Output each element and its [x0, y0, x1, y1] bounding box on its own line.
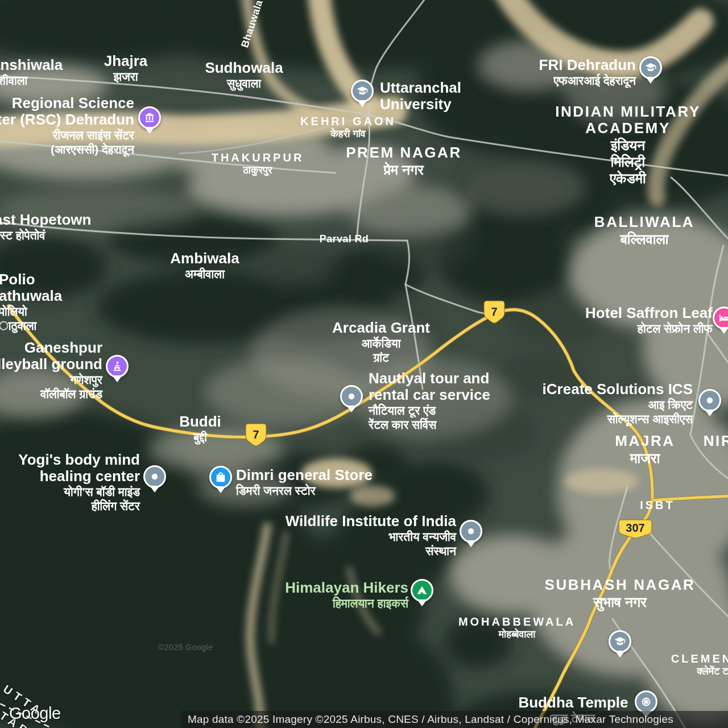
label-hotel-saffron-leaf[interactable]: Hotel Saffron Leafहोटल सेफ्रोन लीफ [585, 305, 713, 336]
route-number: 7 [253, 428, 259, 441]
label-majra[interactable]: MAJRAमाजरा [615, 433, 675, 466]
label-polio-mathuwala-text: Polio [0, 271, 62, 288]
label-prem-nagar[interactable]: PREM NAGARप्रेम नगर [346, 144, 462, 177]
label-east-hopetown[interactable]: ast Hopetownईस्ट होपेतोवं [0, 212, 91, 242]
label-banshiwala-text: anshiwala [0, 57, 63, 73]
icreate-solutions-pin[interactable] [698, 389, 721, 412]
route-number: 7 [491, 305, 497, 318]
google-maps-satellite-view[interactable]: ©2025 Google UTTA TTARAKH 77307anshiwala… [0, 0, 728, 728]
dot-icon [465, 525, 477, 537]
graduation-cap-icon [614, 635, 626, 648]
google-logo[interactable]: Google [9, 704, 61, 723]
label-arcadia-grant-hindi-text: ग्रांट [332, 351, 430, 365]
label-dimri-general-store[interactable]: Dimri general Storeडिमरी जनरल स्टोर [236, 467, 373, 498]
label-subhash-nagar-hindi-text: सुभाष नगर [545, 594, 696, 610]
label-ambiwala[interactable]: Ambiwalaअम्बीवाला [170, 250, 239, 281]
label-icreate-solutions[interactable]: iCreate Solutions ICSआइ क्रिएटसोल्यूशन्स… [543, 381, 693, 425]
label-balliwala[interactable]: BALLIWALAबल्लिवाला [594, 214, 694, 247]
label-wildlife-institute[interactable]: Wildlife Institute of Indiaभारतीय वन्यजी… [286, 513, 456, 557]
himalayan-hikers-pin[interactable] [411, 579, 433, 602]
label-ganeshpur-volleyball-ground-text: lleyball ground [0, 356, 102, 373]
label-wildlife-institute-text: Wildlife Institute of India [286, 513, 456, 530]
label-balliwala-hindi-text: बल्लिवाला [594, 231, 694, 247]
label-ganeshpur-volleyball-ground-text: Ganeshpur [0, 340, 102, 356]
label-ganeshpur-volleyball-ground-hindi-text: वॉलीबॉल ग्राउंड [0, 387, 102, 401]
hotel-saffron-leaf-pin[interactable] [713, 307, 728, 329]
label-banshiwala[interactable]: anshiwalaबंशीवाला [0, 57, 63, 88]
label-mohabbewala-text: MOHABBEWALA [458, 615, 576, 628]
label-thakurpur[interactable]: THAKURPURठाकुरपुर [212, 151, 304, 176]
dharma-wheel-icon [640, 696, 652, 708]
label-dimri-general-store-text: Dimri general Store [236, 467, 373, 483]
label-nautiyal-tour-hindi-text: रेंटल कार सर्विस [369, 418, 490, 432]
label-rsc-hindi-text: (आरएससी) देहरादून [0, 143, 134, 156]
label-polio-mathuwala-hindi-text: पोलियो [0, 305, 62, 318]
route-shield-7: 7 [245, 423, 267, 449]
label-himalayan-hikers-text: Himalayan Hikers [285, 580, 408, 596]
school-pin[interactable] [609, 630, 631, 653]
label-banshiwala-hindi-text: बंशीवाला [0, 74, 63, 88]
label-nautiyal-tour-text: Nautiyal tour and [369, 370, 490, 387]
nautiyal-tour-pin[interactable] [340, 385, 363, 408]
label-polio-mathuwala-text: athuwala [0, 288, 62, 304]
label-buddi-text: Buddi [179, 413, 221, 430]
label-nautiyal-tour[interactable]: Nautiyal tour andrental car serviceनौटिय… [369, 370, 490, 431]
label-fri-dehradun[interactable]: FRI Dehradunएफआरआई देहरादून [539, 57, 636, 88]
map-label-layer: 77307anshiwalaबंशीवालाJhajraझजराSudhowal… [0, 0, 728, 728]
label-indian-military-academy[interactable]: INDIAN MILITARYACADEMYइंडियनमिलिट्रीएकेड… [555, 104, 701, 186]
label-ganeshpur-volleyball-ground[interactable]: Ganeshpurlleyball groundगणेशपुरवॉलीबॉल ग… [0, 340, 102, 400]
label-rsc-hindi-text: रीजनल साइंस सेंटर [0, 129, 134, 142]
uttaranchal-university-pin[interactable] [351, 80, 374, 102]
label-east-hopetown-text: ast Hopetown [0, 212, 91, 228]
label-ambiwala-text: Ambiwala [170, 250, 239, 267]
label-hotel-saffron-leaf-hindi-text: होटल सेफ्रोन लीफ [585, 322, 713, 336]
label-nautiyal-tour-text: rental car service [369, 387, 490, 403]
label-wildlife-institute-hindi-text: संस्थान [286, 544, 456, 558]
label-parval-rd-text: Parval Rd [320, 233, 369, 245]
label-parval-rd: Parval Rd [320, 233, 369, 245]
label-majra-hindi-text: माजरा [615, 450, 675, 466]
label-prem-nagar-text: PREM NAGAR [346, 144, 462, 161]
label-rsc-text: Regional Science [0, 95, 134, 111]
shopping-bag-icon [214, 471, 227, 483]
label-kehri-gaon[interactable]: KEHRI GAONकेहरी गांव [300, 115, 396, 140]
label-kehri-gaon-hindi-text: केहरी गांव [300, 128, 396, 139]
graduation-cap-icon [356, 85, 369, 97]
route-number: 307 [626, 522, 644, 535]
label-yogis-healing-center[interactable]: Yogi's body mindhealing centerयोगी'स बॉड… [18, 452, 140, 512]
label-jhajra-text: Jhajra [104, 53, 148, 69]
label-bhauwala-road-text: Bhauwala [239, 0, 265, 49]
dimri-general-store-pin[interactable] [209, 466, 232, 489]
label-buddi[interactable]: Buddiबुद्दी [179, 413, 221, 444]
bed-icon [718, 312, 728, 324]
label-isbt-text: ISBT [640, 499, 675, 511]
label-jhajra[interactable]: Jhajraझजरा [104, 53, 148, 84]
label-sudhowala[interactable]: Sudhowalaसुधुवाला [205, 60, 283, 90]
graduation-cap-icon [644, 61, 657, 74]
label-yogis-healing-center-text: healing center [18, 468, 140, 485]
fri-dehradun-pin[interactable] [639, 56, 662, 79]
label-rsc[interactable]: Regional Scienceter (RSC) Dehradunरीजनल … [0, 95, 134, 156]
label-himalayan-hikers[interactable]: Himalayan Hikersहिमालयान हाइकर्स [285, 580, 408, 610]
label-nir[interactable]: NIR [704, 433, 728, 449]
monument-icon [111, 360, 123, 373]
regional-science-center-pin[interactable] [138, 106, 161, 129]
label-icreate-solutions-text: iCreate Solutions ICS [543, 381, 693, 398]
wildlife-institute-pin[interactable] [460, 520, 482, 543]
label-ganeshpur-volleyball-ground-hindi-text: गणेशपुर [0, 373, 102, 387]
label-uttaranchal-university[interactable]: UttaranchalUniversity [380, 80, 461, 113]
label-mohabbewala[interactable]: MOHABBEWALAमोहब्बेवाला [458, 615, 576, 640]
label-polio-mathuwala[interactable]: Polioathuwalaपोलियोाठुवाला [0, 271, 62, 332]
label-subhash-nagar[interactable]: SUBHASH NAGARसुभाष नगर [545, 577, 696, 610]
label-clement[interactable]: CLEMENT Tक्लेमेंट टा [671, 652, 728, 677]
label-isbt[interactable]: ISBT [640, 499, 675, 511]
buddha-temple-pin[interactable] [635, 690, 657, 713]
ganeshpur-volleyball-ground-pin[interactable] [106, 355, 129, 378]
label-prem-nagar-hindi-text: प्रेम नगर [346, 162, 462, 177]
label-sudhowala-hindi-text: सुधुवाला [205, 77, 283, 90]
route-shield-307: 307 [618, 519, 653, 539]
yogis-healing-center-pin[interactable] [143, 465, 166, 488]
label-indian-military-academy-hindi-text: मिलिट्री [555, 154, 701, 169]
label-arcadia-grant[interactable]: Arcadia Grantआर्केडियाग्रांट [332, 320, 430, 364]
label-majra-text: MAJRA [615, 433, 675, 449]
